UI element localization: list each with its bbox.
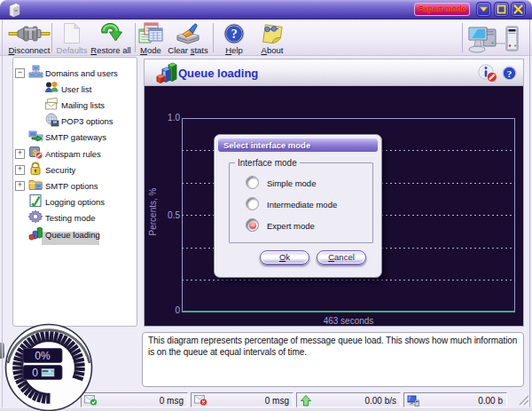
svg-text:0: 0: [32, 367, 38, 379]
svg-text:?: ?: [231, 27, 237, 41]
svg-text:0%: 0%: [35, 350, 51, 362]
svg-text:?: ?: [507, 68, 512, 79]
